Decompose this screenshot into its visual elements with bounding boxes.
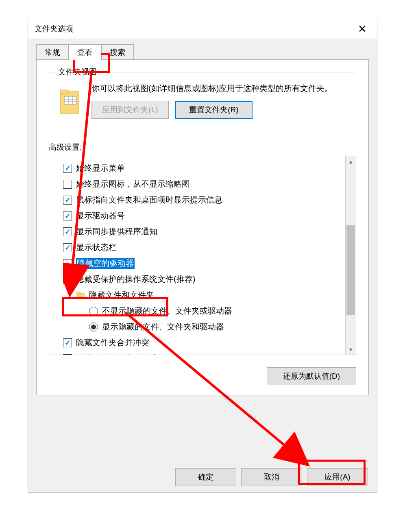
- list-item[interactable]: ✓始终显示图标，从不显示缩略图: [63, 176, 343, 192]
- cancel-button[interactable]: 取消: [241, 468, 302, 486]
- list-item[interactable]: ✓显示状态栏: [63, 240, 343, 255]
- scroll-thumb[interactable]: [346, 225, 355, 315]
- tab-general[interactable]: 常规: [36, 44, 69, 60]
- list-item[interactable]: ✓始终显示菜单: [63, 160, 343, 176]
- checkbox-icon[interactable]: ✓: [63, 338, 72, 347]
- titlebar: 文件夹选项 ✕: [28, 19, 377, 39]
- checkbox-icon[interactable]: ✓: [63, 211, 72, 220]
- list-item-label: 鼠标指向文件夹和桌面项时显示提示信息: [76, 194, 222, 205]
- dialog-buttons: 确定 取消 应用(A): [175, 468, 368, 486]
- checkbox-icon[interactable]: ✓: [63, 227, 72, 236]
- svg-rect-1: [60, 90, 68, 93]
- list-item-label: 始终显示菜单: [76, 163, 125, 174]
- scroll-down-icon[interactable]: ▾: [346, 344, 356, 355]
- list-item-label: 隐藏已知文件类型的扩展名: [76, 353, 174, 355]
- list-item-label: 隐藏文件夹合并冲突: [76, 337, 149, 348]
- folder-options-dialog: 文件夹选项 ✕ 常规 查看 搜索 文件夹视图: [28, 19, 377, 493]
- ok-button[interactable]: 确定: [175, 468, 236, 486]
- list-item[interactable]: ✓鼠标指向文件夹和桌面项时显示提示信息: [63, 192, 343, 208]
- tab-search[interactable]: 搜索: [101, 44, 134, 60]
- list-item-label: 显示隐藏的文件、文件夹和驱动器: [102, 321, 224, 332]
- svg-rect-2: [64, 96, 76, 105]
- folder-view-label: 文件夹视图: [56, 67, 99, 77]
- list-item-label: 显示驱动器号: [76, 210, 125, 221]
- advanced-settings-list: ✓始终显示菜单✓始终显示图标，从不显示缩略图✓鼠标指向文件夹和桌面项时显示提示信…: [49, 156, 356, 355]
- checkbox-icon[interactable]: ✓: [63, 196, 72, 205]
- apply-to-folders-button: 应用到文件夹(L): [91, 101, 169, 119]
- tab-panel-view: 文件夹视图: [36, 59, 369, 395]
- svg-rect-8: [77, 292, 80, 294]
- folder-view-group: 文件夹视图: [49, 72, 356, 127]
- apply-button[interactable]: 应用(A): [307, 468, 368, 486]
- scrollbar[interactable]: ▴ ▾: [345, 156, 356, 355]
- list-item[interactable]: ✓隐藏已知文件类型的扩展名: [63, 351, 343, 355]
- list-item-label: 隐藏文件和文件夹: [89, 290, 154, 301]
- checkbox-icon[interactable]: ✓: [63, 259, 72, 268]
- list-item[interactable]: 显示隐藏的文件、文件夹和驱动器: [63, 319, 343, 335]
- checkbox-icon[interactable]: ✓: [63, 180, 72, 189]
- dialog-content: 常规 查看 搜索 文件夹视图: [28, 39, 377, 493]
- list-item-label: 不显示隐藏的文件、文件夹或驱动器: [102, 305, 232, 316]
- advanced-settings-label: 高级设置:: [49, 142, 356, 153]
- list-item-label: 显示状态栏: [76, 242, 117, 253]
- folder-small-icon: [76, 291, 85, 300]
- window-title: 文件夹选项: [35, 24, 73, 34]
- list-item[interactable]: ✓显示驱动器号: [63, 208, 343, 224]
- list-item[interactable]: ✓隐藏空的驱动器: [63, 255, 343, 271]
- scroll-up-icon[interactable]: ▴: [346, 156, 356, 167]
- list-item[interactable]: ✓隐藏文件夹合并冲突: [63, 335, 343, 351]
- checkbox-icon[interactable]: ✓: [63, 164, 72, 173]
- folder-view-text: 你可以将此视图(如详细信息或图标)应用于这种类型的所有文件夹。: [91, 82, 348, 94]
- list-item-label: 显示同步提供程序通知: [76, 226, 157, 237]
- checkbox-icon[interactable]: ✓: [63, 354, 72, 355]
- close-button[interactable]: ✕: [354, 21, 370, 37]
- checkbox-icon[interactable]: ✓: [63, 275, 72, 284]
- list-item[interactable]: 隐藏文件和文件夹: [63, 287, 343, 303]
- reset-folders-button[interactable]: 重置文件夹(R): [175, 101, 253, 119]
- outer-frame: 文件夹选项 ✕ 常规 查看 搜索 文件夹视图: [8, 8, 397, 524]
- radio-icon[interactable]: [89, 323, 98, 331]
- list-item-label: 隐藏受保护的操作系统文件(推荐): [76, 274, 195, 285]
- list-item[interactable]: 不显示隐藏的文件、文件夹或驱动器: [63, 303, 343, 319]
- list-item[interactable]: ✓显示同步提供程序通知: [63, 224, 343, 240]
- checkbox-icon[interactable]: ✓: [63, 243, 72, 252]
- tab-view[interactable]: 查看: [69, 44, 101, 60]
- radio-icon[interactable]: [89, 307, 98, 316]
- list-item[interactable]: ✓隐藏受保护的操作系统文件(推荐): [63, 271, 343, 287]
- list-item-label: 始终显示图标，从不显示缩略图: [76, 179, 190, 190]
- tabs: 常规 查看 搜索: [36, 44, 369, 60]
- folder-icon: [57, 85, 83, 118]
- list-item-label: 隐藏空的驱动器: [76, 258, 135, 269]
- restore-defaults-button[interactable]: 还原为默认值(D): [267, 367, 356, 385]
